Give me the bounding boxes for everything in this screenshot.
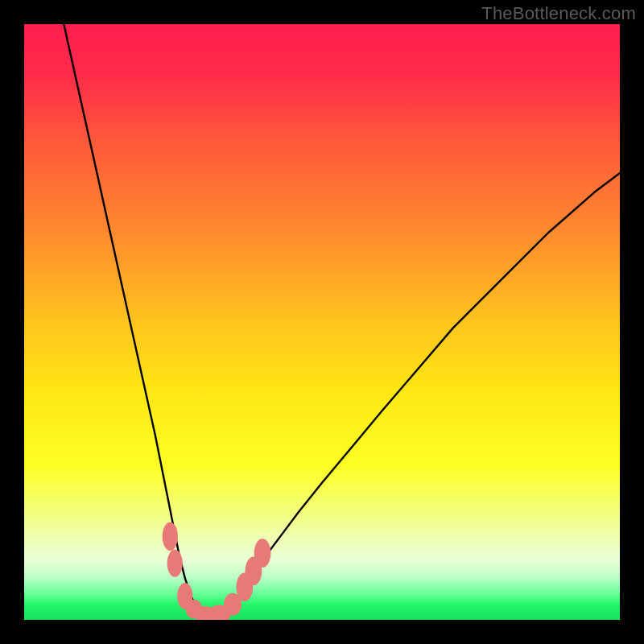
bottleneck-curve [60,24,620,617]
plot-svg [24,24,620,620]
curve-markers [163,522,271,620]
marker-point [163,522,178,551]
marker-point [254,539,271,568]
watermark-text: TheBottleneck.com [481,3,636,24]
chart-frame: TheBottleneck.com [0,0,644,644]
marker-point [167,550,183,577]
plot-area [24,24,620,620]
